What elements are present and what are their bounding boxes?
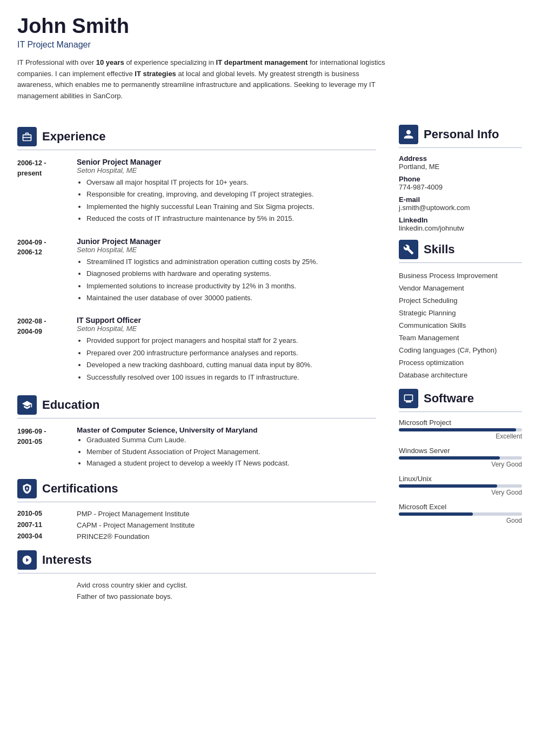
skills-list: Business Process Improvement Vendor Mana… — [399, 269, 522, 381]
skills-divider — [399, 262, 522, 263]
summary: IT Professional with over 10 years of ex… — [17, 57, 396, 102]
exp-date-1: 2006-12 -present — [17, 158, 77, 225]
software-bar-bg-2 — [399, 456, 522, 460]
exp-company-3: Seton Hospital, ME — [77, 325, 376, 333]
graduation-svg — [22, 400, 32, 410]
bullet: Graduated Summa Cum Laude. — [86, 434, 290, 446]
software-svg — [403, 393, 414, 404]
interests-svg — [22, 555, 32, 565]
address-label: Address — [399, 154, 522, 163]
software-name-1: Microsoft Project — [399, 418, 522, 427]
software-bar-fill-3 — [399, 484, 497, 488]
phone-value: 774-987-4009 — [399, 183, 522, 191]
bullet: Prepared over 200 infrastructure perform… — [86, 347, 376, 359]
experience-list: 2006-12 -present Senior Project Manager … — [17, 158, 376, 383]
bullet: Oversaw all major hospital IT projects f… — [86, 177, 376, 188]
skills-section-header: Skills — [399, 240, 522, 259]
personal-icon — [399, 125, 418, 144]
personal-phone: Phone 774-987-4009 — [399, 175, 522, 191]
skill-6: Team Management — [399, 332, 522, 344]
address-value: Portland, ME — [399, 163, 522, 171]
skill-4: Strategic Planning — [399, 307, 522, 319]
email-value: j.smith@uptowork.com — [399, 204, 522, 212]
exp-bullets-2: Streamlined IT logistics and administrat… — [77, 256, 376, 304]
phone-label: Phone — [399, 175, 522, 183]
edu-bullets-1: Graduated Summa Cum Laude. Member of Stu… — [77, 434, 290, 469]
software-level-4: Good — [399, 517, 522, 524]
briefcase-svg — [22, 131, 32, 142]
interest-1: Avid cross country skier and cyclist. — [17, 581, 376, 589]
candidate-title: IT Project Manager — [17, 40, 518, 50]
exp-bullets-3: Provided support for project managers an… — [77, 335, 376, 383]
software-name-3: Linux/Unix — [399, 475, 522, 483]
exp-content-1: Senior Project Manager Seton Hospital, M… — [77, 158, 376, 225]
candidate-name: John Smith — [17, 15, 518, 38]
interests-section-header: Interests — [17, 550, 376, 570]
education-title: Education — [42, 398, 99, 412]
linkedin-label: LinkedIn — [399, 216, 522, 224]
software-windows-server: Windows Server Very Good — [399, 447, 522, 468]
software-bar-bg-4 — [399, 512, 522, 516]
personal-info-title: Personal Info — [424, 127, 499, 141]
cert-name-2: CAPM - Project Management Institute — [77, 521, 195, 529]
bullet: Implemented solutions to increase produc… — [86, 280, 376, 292]
skill-5: Communication Skills — [399, 319, 522, 332]
exp-content-3: IT Support Officer Seton Hospital, ME Pr… — [77, 316, 376, 383]
education-divider — [17, 418, 376, 418]
person-svg — [403, 129, 414, 140]
bullet: Developed a new tracking dashboard, cutt… — [86, 359, 376, 370]
linkedin-value: linkedin.com/johnutw — [399, 224, 522, 232]
personal-divider — [399, 147, 522, 148]
skill-7: Coding languages (C#, Python) — [399, 344, 522, 356]
exp-company-2: Seton Hospital, ME — [77, 246, 376, 254]
bullet: Successfully resolved over 100 issues in… — [86, 372, 376, 383]
skills-title: Skills — [424, 242, 454, 256]
software-level-3: Very Good — [399, 489, 522, 496]
software-section-header: Software — [399, 389, 522, 408]
certifications-icon — [17, 479, 37, 498]
bullet: Managed a student project to develop a w… — [86, 457, 290, 469]
bullet: Member of Student Association of Project… — [86, 446, 290, 457]
left-column: Experience 2006-12 -present Senior Proje… — [0, 112, 389, 745]
cert-date-3: 2003-04 — [17, 532, 77, 541]
interests-title: Interests — [42, 553, 92, 567]
edu-entry-1: 1996-09 -2001-05 Master of Computer Scie… — [17, 426, 376, 469]
cert-entry-3: 2003-04 PRINCE2® Foundation — [17, 532, 376, 541]
bullet: Provided support for project managers an… — [86, 335, 376, 346]
certifications-section-header: Certifications — [17, 479, 376, 498]
software-divider — [399, 411, 522, 412]
cert-name-3: PRINCE2® Foundation — [77, 532, 150, 541]
cert-entry-2: 2007-11 CAPM - Project Management Instit… — [17, 521, 376, 529]
interests-icon — [17, 550, 37, 570]
edu-content-1: Master of Computer Science, University o… — [77, 426, 290, 469]
interest-2: Father of two passionate boys. — [17, 592, 376, 600]
skill-9: Database architecture — [399, 369, 522, 381]
software-bar-bg-1 — [399, 428, 522, 431]
bullet: Streamlined IT logistics and administrat… — [86, 256, 376, 267]
skill-1: Business Process Improvement — [399, 269, 522, 282]
skills-icon — [399, 240, 418, 259]
interests-list: Avid cross country skier and cyclist. Fa… — [17, 581, 376, 600]
skill-3: Project Scheduling — [399, 294, 522, 307]
personal-email: E-mail j.smith@uptowork.com — [399, 195, 522, 212]
certifications-title: Certifications — [42, 482, 118, 496]
software-level-2: Very Good — [399, 461, 522, 468]
personal-info-header: Personal Info — [399, 125, 522, 144]
education-list: 1996-09 -2001-05 Master of Computer Scie… — [17, 426, 376, 469]
bullet: Responsible for creating, improving, and… — [86, 188, 376, 200]
cert-date-1: 2010-05 — [17, 510, 77, 518]
cert-name-1: PMP - Project Management Institute — [77, 510, 190, 518]
exp-date-2: 2004-09 -2006-12 — [17, 237, 77, 305]
personal-linkedin: LinkedIn linkedin.com/johnutw — [399, 216, 522, 232]
software-level-1: Excellent — [399, 433, 522, 440]
certifications-divider — [17, 502, 376, 502]
cert-entry-1: 2010-05 PMP - Project Management Institu… — [17, 510, 376, 518]
certifications-list: 2010-05 PMP - Project Management Institu… — [17, 510, 376, 541]
exp-bullets-1: Oversaw all major hospital IT projects f… — [77, 177, 376, 225]
edu-degree-1: Master of Computer Science, University o… — [77, 426, 290, 434]
software-excel: Microsoft Excel Good — [399, 503, 522, 524]
edu-date-1: 1996-09 -2001-05 — [17, 426, 77, 469]
experience-section-header: Experience — [17, 127, 376, 146]
software-title: Software — [424, 392, 474, 406]
exp-date-3: 2002-08 -2004-09 — [17, 316, 77, 383]
